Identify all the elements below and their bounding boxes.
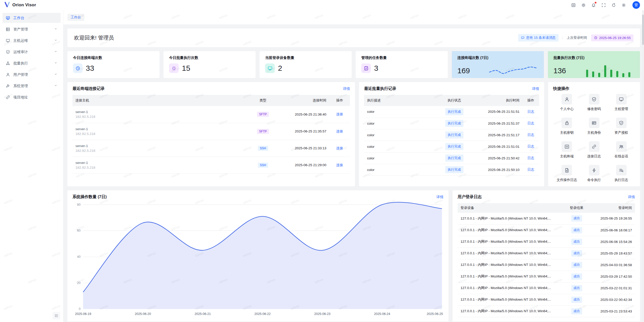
user-avatar[interactable]: 管 <box>632 1 640 9</box>
sidebar-item-link[interactable]: 项目地址 <box>3 92 61 102</box>
sidebar-collapse-button[interactable] <box>53 312 60 319</box>
quick-action-label: 主机管理 <box>615 107 628 111</box>
header-actions: 管 <box>570 1 640 9</box>
terminal-table: 连接主机类型连接时间操作 server-1182.92.5.218 SFTP 2… <box>72 95 350 174</box>
notifications-button[interactable] <box>590 1 597 9</box>
sidebar-item-storage[interactable]: 资产管理 <box>3 24 61 34</box>
exec-time: 2025-06-25 21:51:17 <box>471 129 522 141</box>
sidebar-item-label: 资产管理 <box>13 27 28 32</box>
table-row: color 执行完成 2025-06-25 21:51:37 日志 <box>364 118 539 129</box>
sidebar-item-wrench[interactable]: 系统管理 <box>3 81 61 91</box>
login-table: 登录设备登录结果登录时间 127.0.0.1 - 内网IP - Mozilla/… <box>458 203 635 317</box>
log-link[interactable]: 日志 <box>528 133 534 137</box>
sidebar-item-dashboard[interactable]: 工作台 <box>3 13 61 23</box>
quick-action-user[interactable]: 个人中心 <box>553 94 580 111</box>
quick-action-label: 资产授权 <box>615 130 628 135</box>
log-link[interactable]: 日志 <box>528 145 534 148</box>
sidebar-item-shield-check[interactable]: 运维审计 <box>3 47 61 57</box>
login-result-badge: 成功 <box>571 262 582 268</box>
panel-title: 快捷操作 <box>553 86 569 91</box>
connect-link[interactable]: 连接 <box>336 146 343 150</box>
chevron-down-icon <box>54 50 57 54</box>
stat-title: 今日连接终端次数 <box>73 55 154 60</box>
exec-description: color <box>364 141 438 152</box>
breadcrumb-bar: 工作台 <box>63 10 644 24</box>
quick-action-users[interactable]: 在线会话 <box>608 141 635 159</box>
connect-link[interactable]: 连接 <box>336 112 343 116</box>
login-device: 127.0.0.1 - 内网IP - Mozilla/5.0 (Windows … <box>458 294 564 305</box>
log-link[interactable]: 日志 <box>528 168 534 171</box>
batch-table: 执行描述执行状态执行时间操作 color 执行完成 2025-06-25 21:… <box>364 95 539 176</box>
quick-action-search-list[interactable]: 执行日志 <box>608 165 635 182</box>
login-detail-link[interactable]: 详情 <box>628 195 635 199</box>
sidebar-item-label: 工作台 <box>13 16 24 20</box>
host-name: server-1 <box>75 144 248 148</box>
quick-action-tile <box>589 94 599 104</box>
sidebar-item-monitor[interactable]: 主机运维 <box>3 35 61 46</box>
sidebar-item-label: 批量执行 <box>13 61 28 66</box>
scrollbar[interactable] <box>642 10 644 322</box>
quick-action-shield-check[interactable]: 修改密码 <box>580 94 608 111</box>
quick-action-tile <box>561 118 572 128</box>
column-header: 操作 <box>329 95 350 106</box>
refresh-button[interactable] <box>610 1 617 9</box>
quick-action-file-doc[interactable]: 文件操作日志 <box>553 165 580 182</box>
quick-action-lock[interactable]: 主机密钥 <box>553 118 580 135</box>
table-row: color 执行完成 2025-06-25 21:50:42 日志 <box>364 152 539 164</box>
table-row: 127.0.0.1 - 内网IP - Mozilla/5.0 (Windows … <box>458 294 635 305</box>
sidebar-item-cluster[interactable]: 批量执行 <box>3 58 61 68</box>
panel-title: 系统操作数量 (7日) <box>72 194 107 200</box>
connect-link[interactable]: 连接 <box>336 163 343 167</box>
status-badge: 执行完成 <box>445 120 463 127</box>
system-ops-detail-link[interactable]: 详情 <box>436 195 444 199</box>
connect-link[interactable]: 连接 <box>336 129 343 133</box>
login-device: 127.0.0.1 - 内网IP - Mozilla/5.0 (Windows … <box>458 282 564 294</box>
login-result-badge: 成功 <box>571 297 582 303</box>
exec-time: 2025-06-25 21:50:42 <box>471 152 522 164</box>
host-name: server-1 <box>75 161 248 165</box>
quick-action-label: 连接日志 <box>587 154 601 159</box>
sidebar-item-user[interactable]: 用户管理 <box>3 69 61 80</box>
table-row: server-1182.92.5.218 SSH 2025-06-25 21:2… <box>72 157 350 173</box>
api-button[interactable] <box>570 1 577 9</box>
login-device: 127.0.0.1 - 内网IP - Mozilla/5.0 (Windows … <box>458 271 564 282</box>
stat-title: 批量执行次数 (7日) <box>553 55 634 60</box>
log-link[interactable]: 日志 <box>528 121 534 125</box>
batch-detail-link[interactable]: 详情 <box>532 87 539 91</box>
main-area: 工作台 欢迎回来! 管理员 您有 15 条未读消息 上次登录时间 <box>63 10 644 322</box>
settings-button[interactable] <box>620 1 627 9</box>
table-row: color 执行完成 2025-06-25 21:51:01 日志 <box>364 141 539 152</box>
unread-messages-chip[interactable]: 您有 15 条未读消息 <box>518 34 558 42</box>
scrollbar-thumb[interactable] <box>642 15 644 45</box>
quick-action-id-card[interactable]: 主机身份 <box>580 118 608 135</box>
terminal-detail-link[interactable]: 详情 <box>343 87 350 91</box>
quick-action-link[interactable]: 连接日志 <box>580 141 608 159</box>
column-header: 操作 <box>522 95 539 106</box>
exec-time: 2025-06-25 21:51:01 <box>471 141 522 152</box>
quick-action-monitor[interactable]: 主机管理 <box>608 94 635 111</box>
theme-button[interactable] <box>580 1 587 9</box>
fullscreen-button[interactable] <box>600 1 607 9</box>
quick-action-tile <box>561 141 572 152</box>
app-logo[interactable]: Orion Visor <box>4 2 36 9</box>
shield-check-icon <box>619 121 624 125</box>
refresh-icon <box>612 3 616 7</box>
log-link[interactable]: 日志 <box>528 110 534 114</box>
search-list-icon <box>619 168 624 173</box>
quick-action-shield-check[interactable]: 资产授权 <box>608 118 635 135</box>
stats-row: 今日连接终端次数 33 今日批量执行次数 15 当前登录设备数量 2 管理的任务… <box>67 51 640 78</box>
quick-action-label: 主机密钥 <box>560 130 574 135</box>
table-row: 127.0.0.1 - 内网IP - Mozilla/5.0 (Windows … <box>458 236 635 247</box>
breadcrumb[interactable]: 工作台 <box>67 14 84 21</box>
table-row: 127.0.0.1 - 内网IP - Mozilla/5.0 (Windows … <box>458 271 635 282</box>
stat-value: 15 <box>182 64 190 73</box>
quick-action-code-square[interactable]: 主机终端 <box>553 141 580 159</box>
chevron-down-icon <box>54 61 57 65</box>
connect-time: 2025-06-25 21:33:13 <box>274 140 329 157</box>
quick-action-label: 个人中心 <box>560 107 574 111</box>
log-link[interactable]: 日志 <box>528 156 534 160</box>
table-row: color 执行完成 2025-06-25 21:50:10 日志 <box>364 164 539 175</box>
login-time: 2025-05-29 19:43:57 <box>589 247 635 259</box>
quick-action-lightning[interactable]: 命令执行 <box>580 165 608 182</box>
batch-records-panel: 最近批量执行记录 详情 执行描述执行状态执行时间操作 color 执行完成 20… <box>359 82 544 186</box>
